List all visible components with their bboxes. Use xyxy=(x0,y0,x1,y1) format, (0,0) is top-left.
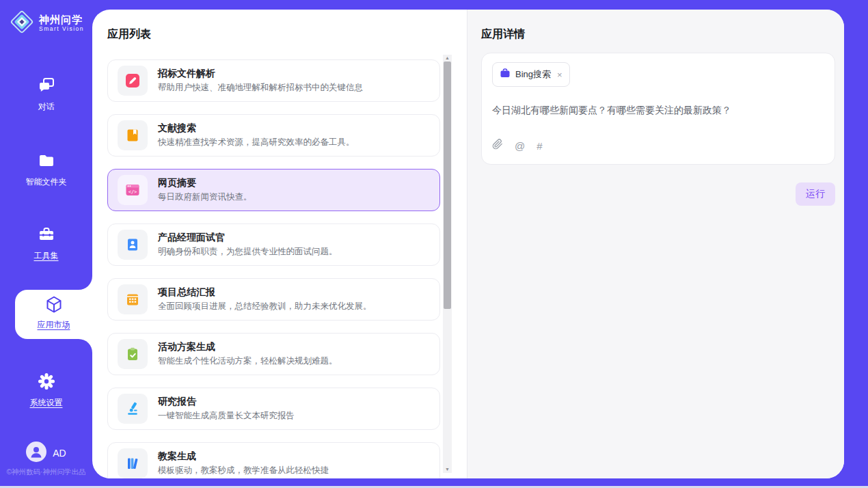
copyright-footer: ©神州数码·神州问学出品 xyxy=(0,467,92,477)
scrollbar-thumb[interactable] xyxy=(444,62,451,309)
app-card-literature-search[interactable]: 文献搜索 快速精准查找学术资源，提高研究效率的必备工具。 xyxy=(107,114,440,157)
app-card-pm-interviewer[interactable]: 产品经理面试官 明确身份和职责，为您提供专业性的面试问题。 xyxy=(107,223,440,266)
sidebar-item-chat[interactable]: 对话 xyxy=(0,77,92,113)
app-list-scrollbar[interactable]: ▲ ▼ xyxy=(443,55,452,473)
brand-name: 神州问学 xyxy=(39,14,84,26)
webpage-code-icon: </> xyxy=(118,175,148,205)
sidebar-item-settings[interactable]: 系统设置 xyxy=(0,372,92,409)
app-card-desc: 一键智能生成高质量长文本研究报告 xyxy=(158,410,295,422)
app-card-title: 招标文件解析 xyxy=(158,68,363,80)
microscope-icon xyxy=(118,394,148,424)
sidebar: 神州问学 Smart Vision 对话 智能文件夹 xyxy=(0,0,92,488)
app-card-title: 产品经理面试官 xyxy=(158,232,338,244)
sidebar-item-smart-folder[interactable]: 智能文件夹 xyxy=(0,152,92,188)
app-card-desc: 明确身份和职责，为您提供专业性的面试问题。 xyxy=(158,246,338,258)
mention-icon[interactable]: @ xyxy=(515,140,525,152)
active-tab-bottom-curve xyxy=(79,339,92,353)
app-list-title: 应用列表 xyxy=(107,27,467,42)
sidebar-item-label: 对话 xyxy=(38,101,55,113)
tool-tag-bing-search[interactable]: Bing搜索 × xyxy=(492,62,570,87)
scroll-up-icon[interactable]: ▲ xyxy=(443,55,452,62)
chat-icon xyxy=(38,77,55,97)
sidebar-item-label: 工具集 xyxy=(34,250,59,262)
user-name: AD xyxy=(53,448,66,459)
app-card-desc: 全面回顾项目进展，总结经验教训，助力未来优化发展。 xyxy=(158,301,372,312)
app-card-list: 招标文件解析 帮助用户快速、准确地理解和解析招标书中的关键信息 文献搜索 快速精… xyxy=(107,59,440,478)
app-card-desc: 每日政府新闻资讯快查。 xyxy=(158,191,252,203)
active-tab-top-curve xyxy=(79,276,92,290)
scroll-down-icon[interactable]: ▼ xyxy=(443,466,452,473)
app-list-panel: 应用列表 招标文件解析 帮助用户快速、准确地理解和解析招标书中的关键信息 xyxy=(92,10,467,478)
book-icon xyxy=(118,120,148,150)
app-card-tender-parse[interactable]: 招标文件解析 帮助用户快速、准确地理解和解析招标书中的关键信息 xyxy=(107,59,440,102)
app-card-desc: 智能生成个性化活动方案，轻松解决规划难题。 xyxy=(158,355,338,367)
sidebar-item-label: 智能文件夹 xyxy=(26,176,67,188)
run-button[interactable]: 运行 xyxy=(796,182,835,206)
summary-calendar-icon xyxy=(118,284,148,314)
tag-close-icon[interactable]: × xyxy=(557,70,562,80)
tender-edit-icon xyxy=(118,66,148,96)
app-detail-panel: 应用详情 Bing搜索 × 今日湖北有哪些新闻要点？有哪些需要关注的最新政策？ xyxy=(467,10,844,478)
app-card-project-summary[interactable]: 项目总结汇报 全面回顾项目进展，总结经验教训，助力未来优化发展。 xyxy=(107,278,440,321)
app-card-research-report[interactable]: 研究报告 一键智能生成高质量长文本研究报告 xyxy=(107,388,440,430)
folder-icon xyxy=(38,152,55,172)
brand-subtitle: Smart Vision xyxy=(39,25,84,32)
user-avatar-icon xyxy=(26,442,46,465)
app-card-desc: 模板驱动，教案秒成，教学准备从此轻松快捷 xyxy=(158,465,329,476)
brand-diamond-icon xyxy=(10,10,34,37)
sidebar-item-label: 应用市场 xyxy=(38,319,70,331)
app-card-title: 网页摘要 xyxy=(158,177,252,189)
app-card-title: 教案生成 xyxy=(158,450,329,463)
interview-icon xyxy=(118,230,148,260)
main-content: 应用列表 招标文件解析 帮助用户快速、准确地理解和解析招标书中的关键信息 xyxy=(92,10,844,478)
cube-icon xyxy=(44,295,64,318)
app-card-lesson-plan[interactable]: 教案生成 模板驱动，教案秒成，教学准备从此轻松快捷 xyxy=(107,442,440,478)
app-card-title: 项目总结汇报 xyxy=(158,286,372,299)
sidebar-item-label: 系统设置 xyxy=(30,397,63,409)
app-card-title: 研究报告 xyxy=(158,396,295,408)
app-card-desc: 帮助用户快速、准确地理解和解析招标书中的关键信息 xyxy=(158,82,363,94)
svg-text:</>: </> xyxy=(128,189,137,195)
app-card-event-plan[interactable]: 活动方案生成 智能生成个性化活动方案，轻松解决规划难题。 xyxy=(107,333,440,375)
paperclip-icon[interactable] xyxy=(492,139,503,152)
query-input[interactable]: 今日湖北有哪些新闻要点？有哪些需要关注的最新政策？ xyxy=(492,103,824,118)
prompt-input-card[interactable]: Bing搜索 × 今日湖北有哪些新闻要点？有哪些需要关注的最新政策？ @ # xyxy=(481,53,835,165)
tool-tag-label: Bing搜索 xyxy=(515,68,551,81)
app-card-webpage-summary-selected[interactable]: </> 网页摘要 每日政府新闻资讯快查。 xyxy=(107,169,440,211)
input-toolbar: @ # xyxy=(492,139,824,152)
toolbox-icon xyxy=(38,226,55,246)
run-row: 运行 xyxy=(481,182,835,206)
clipboard-check-icon xyxy=(118,339,148,369)
books-icon xyxy=(118,448,148,478)
hash-icon[interactable]: # xyxy=(537,140,542,152)
app-card-title: 文献搜索 xyxy=(158,122,355,135)
app-card-title: 活动方案生成 xyxy=(158,341,338,353)
brand-logo: 神州问学 Smart Vision xyxy=(10,10,84,37)
gear-icon xyxy=(38,372,55,393)
sidebar-item-toolset[interactable]: 工具集 xyxy=(0,226,92,262)
briefcase-icon xyxy=(500,68,511,81)
user-account[interactable]: AD xyxy=(0,442,92,465)
app-card-desc: 快速精准查找学术资源，提高研究效率的必备工具。 xyxy=(158,137,355,148)
app-detail-title: 应用详情 xyxy=(481,27,835,42)
sidebar-item-app-market-active[interactable]: 应用市场 xyxy=(15,290,92,339)
